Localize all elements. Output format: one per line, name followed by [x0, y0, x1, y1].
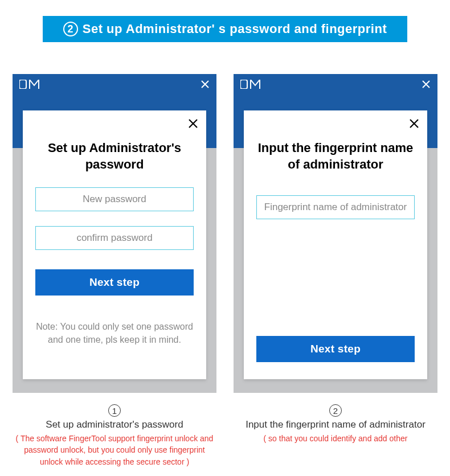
dm-logo: [19, 80, 42, 89]
step-number-badge: 2: [63, 22, 78, 36]
svg-rect-1: [240, 80, 247, 89]
caption-1: 1 Set up administrator's password ( The …: [13, 404, 216, 467]
caption-note: ( The software FingerTool support finger…: [13, 433, 216, 467]
caption-number: 2: [329, 404, 342, 417]
step-banner: 2 Set up Administrator' s password and f…: [43, 16, 407, 42]
confirm-password-input[interactable]: [35, 226, 194, 250]
password-note: Note: You could only set one password an…: [35, 321, 194, 346]
window-fingerprint-name: Input the fingerprint name of administra…: [234, 74, 437, 393]
svg-rect-0: [19, 80, 26, 89]
modal-fingerprint-name: Input the fingerprint name of administra…: [244, 110, 427, 379]
close-icon[interactable]: [188, 118, 198, 129]
modal-set-password: Set up Administrator's password Next ste…: [23, 110, 206, 379]
new-password-input[interactable]: [35, 187, 194, 211]
modal-title: Input the fingerprint name of administra…: [256, 140, 415, 173]
caption-note: ( so that you could identify and add oth…: [234, 433, 437, 444]
close-icon[interactable]: [409, 118, 419, 129]
step-title: Set up Administrator' s password and fin…: [83, 22, 387, 36]
window-close-icon[interactable]: [201, 80, 210, 89]
caption-2: 2 Input the fingerprint name of administ…: [234, 404, 437, 467]
titlebar: [234, 74, 437, 95]
next-step-button[interactable]: Next step: [35, 269, 194, 296]
window-set-password: Set up Administrator's password Next ste…: [13, 74, 216, 393]
next-step-button[interactable]: Next step: [256, 336, 415, 362]
caption-number: 1: [108, 404, 121, 417]
fingerprint-name-input[interactable]: [256, 195, 415, 219]
titlebar: [13, 74, 216, 95]
caption-title: Input the fingerprint name of administra…: [234, 419, 437, 430]
modal-title: Set up Administrator's password: [35, 140, 194, 173]
window-close-icon[interactable]: [422, 80, 431, 89]
dm-logo: [240, 80, 263, 89]
caption-title: Set up administrator's password: [13, 419, 216, 430]
